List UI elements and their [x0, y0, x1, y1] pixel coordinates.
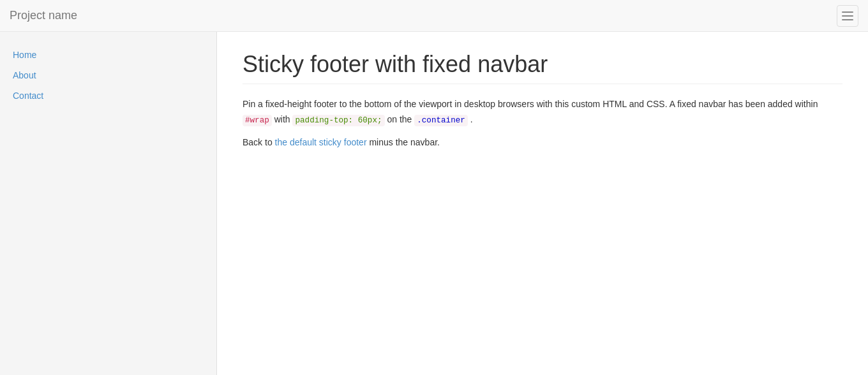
sidebar-item-contact: Contact — [0, 85, 216, 106]
back-text-suffix: minus the navbar. — [367, 137, 440, 147]
code-padding: padding-top: 60px; — [292, 115, 384, 126]
layout-wrapper: Home About Contact Sticky footer with fi… — [0, 32, 868, 375]
sidebar-link-contact[interactable]: Contact — [0, 85, 216, 106]
description-paragraph: Pin a fixed-height footer to the bottom … — [243, 97, 842, 128]
sidebar-link-about[interactable]: About — [0, 65, 216, 85]
sidebar-link-home[interactable]: Home — [0, 45, 216, 65]
desc-text-2: with — [272, 114, 293, 124]
sidebar-item-about: About — [0, 65, 216, 85]
top-navbar: Project name — [0, 0, 868, 32]
toggle-bar-1 — [842, 11, 853, 13]
toggle-bar-3 — [842, 19, 853, 20]
sidebar-item-home: Home — [0, 45, 216, 65]
desc-text-1: Pin a fixed-height footer to the bottom … — [243, 99, 818, 109]
back-link-paragraph: Back to the default sticky footer minus … — [243, 137, 842, 147]
navbar-brand[interactable]: Project name — [10, 9, 77, 22]
back-text-prefix: Back to — [243, 137, 275, 147]
desc-text-4: . — [468, 114, 473, 124]
sidebar-nav: Home About Contact — [0, 45, 216, 106]
default-sticky-footer-link[interactable]: the default sticky footer — [275, 137, 367, 147]
code-container: .container — [414, 115, 468, 126]
toggle-bar-2 — [842, 15, 853, 17]
main-content: Sticky footer with fixed navbar Pin a fi… — [217, 32, 868, 375]
code-wrap: #wrap — [243, 115, 272, 126]
desc-text-3: on the — [385, 114, 415, 124]
sidebar: Home About Contact — [0, 32, 217, 375]
page-title: Sticky footer with fixed navbar — [243, 51, 842, 84]
navbar-toggle-button[interactable] — [837, 5, 858, 27]
